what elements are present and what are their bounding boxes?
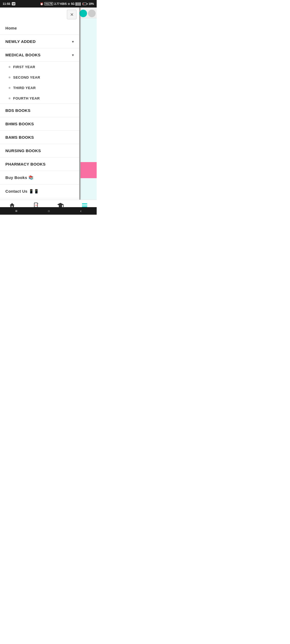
menu-label-pharmacy-books: PHARMACY BOOKS xyxy=(5,162,46,166)
menu-item-bhms-books[interactable]: BHMS BOOKS xyxy=(0,117,79,131)
android-home-button[interactable]: ○ xyxy=(48,209,50,213)
close-drawer-button[interactable]: ✕ xyxy=(67,10,77,19)
right-peek-area xyxy=(81,8,97,200)
medical-books-sub-items: FIRST YEAR SECOND YEAR THIRD YEAR FOURTH… xyxy=(0,62,79,104)
android-hamburger-button[interactable]: ≡ xyxy=(15,209,17,213)
svg-text:PDF: PDF xyxy=(35,205,38,206)
menu-label-bds-books: BDS BOOKS xyxy=(5,108,31,113)
svg-marker-3 xyxy=(57,203,64,206)
time-display: 11:55 xyxy=(3,2,10,5)
hamburger-line-1 xyxy=(82,203,87,204)
avatar-green xyxy=(79,10,87,17)
bullet-first-year xyxy=(9,66,10,68)
menu-item-contact-us[interactable]: Contact Us 📱📱 xyxy=(0,185,79,198)
menu-item-home[interactable]: Home xyxy=(0,21,79,35)
network-display: 5G xyxy=(71,2,74,5)
sub-item-fourth-year[interactable]: FOURTH YEAR xyxy=(0,93,79,104)
bullet-second-year xyxy=(9,76,10,78)
alarm-icon: ⏰ xyxy=(40,2,43,5)
sub-label-first-year: FIRST YEAR xyxy=(13,65,35,69)
menu-item-buy-books[interactable]: Buy Books 📚 xyxy=(0,171,79,185)
chevron-newly-added-icon: ▾ xyxy=(72,39,74,44)
signal-icon: ▌▌▌ xyxy=(76,2,81,5)
menu-label-bams-books: BAMS BOOKS xyxy=(5,135,34,140)
menu-item-newly-added[interactable]: NEWLY ADDED ▾ xyxy=(0,35,79,48)
bullet-fourth-year xyxy=(9,97,10,99)
android-system-nav: ≡ ○ ‹ xyxy=(0,207,97,215)
menu-label-buy-books: Buy Books 📚 xyxy=(5,175,34,180)
drawer-menu: Home NEWLY ADDED ▾ MEDICAL BOOKS ▾ FIRST… xyxy=(0,21,79,200)
sub-item-third-year[interactable]: THIRD YEAR xyxy=(0,83,79,93)
avatar-gray xyxy=(88,10,96,17)
svg-rect-4 xyxy=(63,204,64,206)
menu-nav-icon xyxy=(82,203,87,207)
hamburger-line-2 xyxy=(82,205,87,206)
right-peek-pink-block xyxy=(81,162,97,178)
status-left: 11:55 M xyxy=(3,2,15,5)
sub-label-second-year: SECOND YEAR xyxy=(13,75,40,79)
menu-label-contact-us: Contact Us 📱📱 xyxy=(5,189,39,194)
sub-label-third-year: THIRD YEAR xyxy=(13,86,36,90)
gmail-icon: M xyxy=(12,2,15,5)
speed-display: 2.77 KB/S xyxy=(54,2,67,5)
menu-item-bds-books[interactable]: BDS BOOKS xyxy=(0,104,79,117)
bullet-third-year xyxy=(9,87,10,89)
sub-item-first-year[interactable]: FIRST YEAR xyxy=(0,62,79,72)
drawer-header: ✕ xyxy=(0,8,79,21)
navigation-drawer: ✕ Home NEWLY ADDED ▾ MEDICAL BOOKS ▾ xyxy=(0,8,79,200)
menu-label-nursing-books: NURSING BOOKS xyxy=(5,148,41,153)
menu-label-bhms-books: BHMS BOOKS xyxy=(5,122,34,126)
wifi-icon: ⊙ xyxy=(68,2,70,5)
chevron-medical-books-icon: ▾ xyxy=(72,53,74,57)
sub-label-fourth-year: FOURTH YEAR xyxy=(13,96,40,100)
right-peek-avatars xyxy=(79,10,96,17)
status-right: ⏰ VoLTE 2.77 KB/S ⊙ 5G ▌▌▌ 19% xyxy=(40,2,94,5)
app-container: ✕ Home NEWLY ADDED ▾ MEDICAL BOOKS ▾ xyxy=(0,8,97,215)
menu-label-medical-books: MEDICAL BOOKS xyxy=(5,53,41,57)
battery-percent: 19% xyxy=(89,2,94,5)
sub-item-second-year[interactable]: SECOND YEAR xyxy=(0,72,79,83)
close-icon: ✕ xyxy=(70,12,74,17)
status-bar: 11:55 M ⏰ VoLTE 2.77 KB/S ⊙ 5G ▌▌▌ 19% xyxy=(0,0,97,8)
menu-item-pharmacy-books[interactable]: PHARMACY BOOKS xyxy=(0,158,79,171)
menu-label-home: Home xyxy=(5,26,17,30)
volte-indicator: VoLTE xyxy=(44,2,53,5)
menu-item-nursing-books[interactable]: NURSING BOOKS xyxy=(0,144,79,158)
menu-label-newly-added: NEWLY ADDED xyxy=(5,39,36,44)
menu-item-medical-books[interactable]: MEDICAL BOOKS ▾ xyxy=(0,48,79,62)
menu-item-bams-books[interactable]: BAMS BOOKS xyxy=(0,131,79,144)
battery-icon xyxy=(82,3,88,5)
android-back-button[interactable]: ‹ xyxy=(80,209,82,213)
